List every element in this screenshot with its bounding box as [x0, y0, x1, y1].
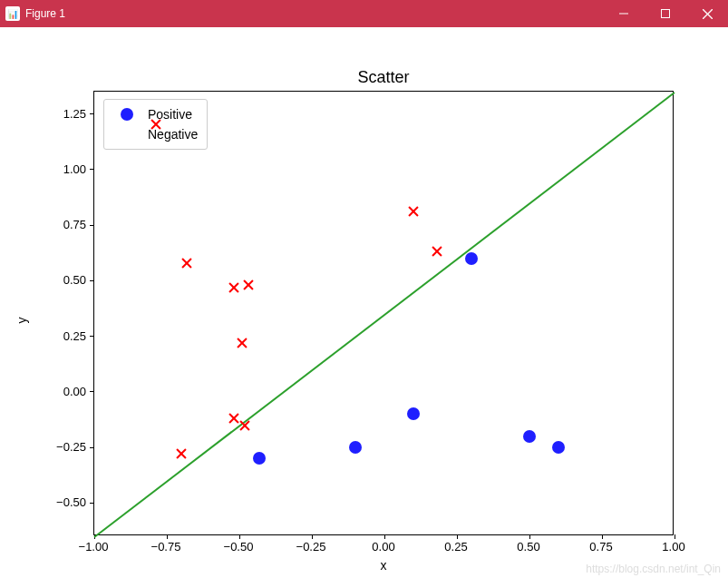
watermark: https://blog.csdn.net/int_Qin [586, 563, 721, 575]
app-icon: 📊 [5, 6, 20, 21]
x-tick [312, 534, 313, 539]
legend: PositiveNegative [103, 99, 208, 150]
y-tick-label: 1.00 [41, 162, 86, 175]
circle-marker-icon [113, 108, 141, 121]
close-button[interactable] [686, 0, 728, 27]
figure-window: 📊 Figure 1 Scatter x y PositiveNegative … [0, 0, 728, 578]
x-tick [602, 534, 603, 539]
positive-point [552, 441, 565, 454]
window-title: Figure 1 [25, 7, 603, 20]
positive-point [253, 452, 266, 465]
x-tick [457, 534, 458, 539]
negative-point [238, 419, 251, 432]
maximize-button[interactable] [645, 0, 686, 27]
y-tick-label: 0.75 [41, 218, 86, 231]
negative-point [407, 205, 420, 218]
minimize-button[interactable] [603, 0, 645, 27]
x-tick-label: 0.00 [361, 540, 406, 554]
x-tick-label: −0.50 [216, 540, 261, 554]
positive-point [349, 441, 362, 454]
y-tick-label: 0.00 [41, 384, 86, 397]
x-tick-label: −1.00 [71, 540, 116, 554]
negative-point [180, 257, 193, 269]
regression-line [93, 92, 675, 538]
plot-area: PositiveNegative [93, 91, 674, 535]
y-tick-label: −0.50 [41, 495, 86, 509]
x-tick [167, 534, 168, 539]
positive-point [465, 252, 478, 265]
y-tick [90, 113, 94, 114]
y-tick [90, 447, 94, 448]
positive-point [407, 407, 420, 420]
negative-point [236, 337, 248, 349]
y-tick [90, 169, 94, 170]
negative-point [175, 447, 188, 460]
legend-entry: Positive [113, 104, 198, 124]
figure-canvas: Scatter x y PositiveNegative −0.50−0.250… [0, 27, 728, 578]
x-tick-label: −0.75 [143, 540, 189, 554]
x-tick-label: −0.25 [288, 540, 334, 554]
x-tick-label: 1.00 [651, 540, 696, 554]
y-tick-label: 0.50 [41, 273, 86, 287]
y-tick [90, 391, 94, 392]
negative-point [242, 279, 255, 291]
y-tick [90, 225, 94, 226]
x-tick [384, 534, 385, 539]
x-tick [529, 534, 530, 539]
y-tick-label: 1.25 [41, 106, 86, 120]
legend-label: Positive [148, 107, 192, 122]
y-axis-label: y [15, 318, 29, 324]
legend-label: Negative [148, 127, 198, 142]
y-tick [90, 336, 94, 337]
titlebar[interactable]: 📊 Figure 1 [0, 0, 728, 27]
y-tick-label: 0.25 [41, 328, 86, 342]
svg-rect-1 [662, 10, 670, 18]
positive-point [523, 430, 536, 443]
x-tick-label: 0.50 [506, 540, 551, 554]
y-tick [90, 280, 94, 281]
x-tick-label: 0.25 [433, 540, 479, 554]
y-tick [90, 503, 94, 504]
negative-point [431, 245, 443, 258]
y-tick-label: −0.25 [41, 440, 86, 454]
x-marker-icon [113, 128, 141, 141]
chart-title: Scatter [93, 68, 674, 87]
legend-entry: Negative [113, 124, 198, 144]
x-tick-label: 0.75 [578, 540, 624, 554]
x-tick [239, 534, 240, 539]
negative-point [228, 281, 240, 294]
x-tick [675, 534, 675, 539]
